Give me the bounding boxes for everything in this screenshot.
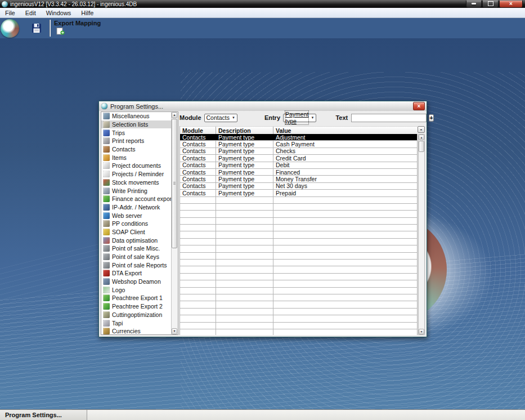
sidebar-item[interactable]: Point of sale Reports	[101, 261, 172, 269]
cell-value	[273, 309, 417, 315]
minimize-button[interactable]	[466, 1, 482, 8]
sidebar-item[interactable]: Contacts	[101, 145, 172, 154]
cell-description: Payment type	[216, 134, 273, 140]
sidebar-item[interactable]: Stock movements	[101, 178, 172, 187]
table-row[interactable]	[180, 274, 417, 280]
remove-entry-button[interactable]: -	[418, 126, 425, 133]
sync-arrows-icon	[103, 294, 110, 301]
table-row[interactable]	[180, 288, 417, 294]
table-row[interactable]	[180, 218, 417, 225]
sidebar-item[interactable]: Webshop Deamon	[101, 278, 172, 286]
save-button[interactable]	[29, 21, 44, 35]
cell-module	[180, 260, 216, 266]
sidebar-item[interactable]: IP-Addr. / Network	[101, 203, 172, 212]
table-row[interactable]: Contacts Payment type Adjustment	[180, 134, 417, 141]
table-row[interactable]	[180, 294, 417, 301]
table-row[interactable]: Contacts Payment type Financed	[180, 169, 417, 176]
sidebar-item[interactable]: Data optimisation	[101, 236, 172, 244]
menu-item[interactable]: File	[0, 8, 20, 17]
scroll-up-button[interactable]: ▲	[419, 135, 424, 140]
cell-value	[273, 225, 417, 231]
sidebar-item[interactable]: Trips	[101, 128, 172, 137]
scrollbar-thumb[interactable]	[419, 141, 424, 152]
scroll-down-button[interactable]: ▼	[172, 328, 177, 334]
sidebar-item[interactable]: Point of sale Misc.	[101, 244, 172, 253]
sidebar-scrollbar[interactable]: ▲ ▼	[171, 112, 178, 334]
sidebar-item-label: Print reports	[112, 137, 144, 144]
cell-module	[180, 294, 216, 301]
table-row[interactable]	[180, 280, 417, 287]
close-icon: ×	[509, 1, 513, 7]
text-input[interactable]	[351, 114, 427, 122]
column-header-module[interactable]: Module	[180, 127, 216, 134]
table-row[interactable]	[180, 253, 417, 260]
table-row[interactable]	[180, 323, 417, 329]
sidebar-item[interactable]: PP conditions	[101, 220, 172, 228]
table-row[interactable]: Contacts Payment type Net 30 days	[180, 183, 417, 190]
export-mapping-button[interactable]: Export Mapping	[54, 20, 101, 37]
dialog-close-button[interactable]: ×	[413, 102, 425, 110]
menu-item[interactable]: Edit	[20, 8, 41, 17]
entry-dropdown[interactable]: Payment type ▼	[283, 114, 316, 122]
sidebar-item[interactable]: Web server	[101, 211, 172, 220]
table-row[interactable]	[180, 231, 417, 238]
table-row[interactable]: Contacts Payment type Credit Card	[180, 155, 417, 162]
sidebar-item[interactable]: Point of sale Keys	[101, 253, 172, 261]
table-row[interactable]	[180, 260, 417, 266]
sidebar-item[interactable]: SOAP Client	[101, 228, 172, 236]
sidebar-item-label: DTA Export	[112, 270, 142, 276]
sidebar-item-label: Data optimisation	[112, 237, 158, 244]
add-entry-button[interactable]: +	[429, 114, 433, 122]
table-row[interactable]: Contacts Payment type Money Transfer	[180, 176, 417, 182]
table-row[interactable]	[180, 239, 417, 245]
cell-module: Contacts	[180, 141, 216, 147]
table-row[interactable]	[180, 225, 417, 231]
sidebar-item[interactable]: Projects / Reminder	[101, 170, 172, 178]
table-row[interactable]	[180, 211, 417, 217]
application-window: ingeniousV12 [V3.3.42 - 26.03.12] - inge…	[0, 0, 525, 420]
sidebar-item[interactable]: Currencies	[101, 327, 172, 334]
sidebar-item[interactable]: Tapi	[101, 319, 172, 327]
sidebar-item[interactable]: Print reports	[101, 137, 172, 145]
dialog-titlebar[interactable]: Program Settings... ×	[99, 101, 427, 111]
sidebar-item[interactable]: Miscellaneous	[101, 112, 172, 120]
column-header-description[interactable]: Description	[216, 127, 273, 134]
cell-description	[216, 309, 273, 315]
sidebar-item[interactable]: Selection lists	[101, 120, 172, 129]
table-row[interactable]: Contacts Payment type Cash Payment	[180, 141, 417, 148]
close-button[interactable]: ×	[499, 1, 523, 8]
scrollbar-thumb[interactable]	[172, 119, 177, 248]
column-header-value[interactable]: Value	[273, 127, 418, 134]
scroll-down-button[interactable]: ▼	[419, 329, 424, 334]
sidebar-item[interactable]: Cuttingoptimization	[101, 311, 172, 319]
table-row[interactable]	[180, 315, 417, 322]
module-dropdown[interactable]: Contacts ▼	[204, 114, 237, 122]
cell-value	[273, 239, 417, 245]
table-row[interactable]	[180, 197, 417, 204]
table-row[interactable]	[180, 266, 417, 273]
sidebar-item[interactable]: Finance account export	[101, 195, 172, 203]
sidebar-item[interactable]: Project documents	[101, 162, 172, 170]
table-scrollbar[interactable]: ▲ ▼	[418, 134, 425, 335]
table-row[interactable]: Contacts Payment type Checks	[180, 148, 417, 155]
sidebar-item[interactable]: Write Printing	[101, 186, 172, 195]
table-row[interactable]	[180, 329, 417, 335]
scroll-up-button[interactable]: ▲	[172, 112, 177, 118]
cell-description	[216, 280, 273, 287]
sidebar-item[interactable]: Logo	[101, 285, 172, 294]
maximize-button[interactable]	[482, 1, 499, 8]
menu-item[interactable]: Hilfe	[76, 8, 98, 17]
sidebar-item[interactable]: DTA Export	[101, 269, 172, 278]
table-row[interactable]	[180, 301, 417, 308]
table-row[interactable]: Contacts Payment type Prepaid	[180, 190, 417, 196]
entry-dropdown-value: Payment type	[285, 111, 308, 124]
table-row[interactable]: Contacts Payment type Debit	[180, 162, 417, 169]
menu-item[interactable]: Windows	[41, 8, 77, 17]
sidebar-item[interactable]: Peachtree Export 2	[101, 302, 172, 311]
table-row[interactable]	[180, 245, 417, 252]
cell-module	[180, 323, 216, 329]
sidebar-item[interactable]: Peachtree Export 1	[101, 294, 172, 302]
table-row[interactable]	[180, 309, 417, 315]
table-row[interactable]	[180, 204, 417, 211]
sidebar-item[interactable]: Items	[101, 153, 172, 162]
